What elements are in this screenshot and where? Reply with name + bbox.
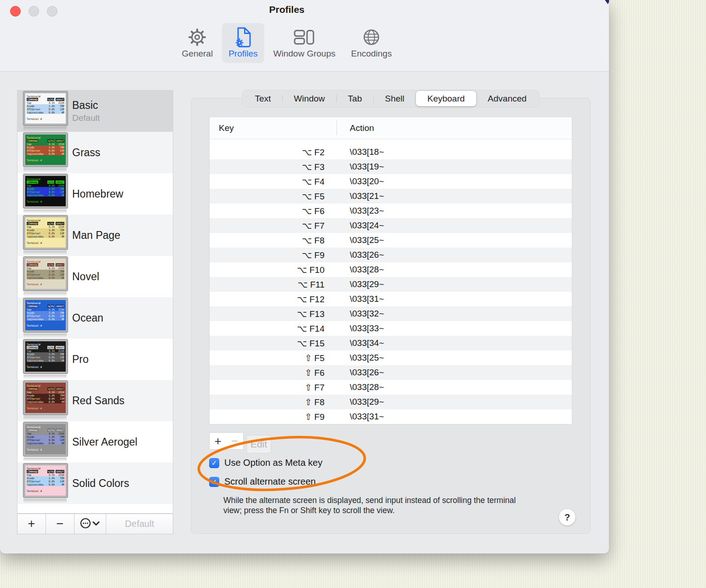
profile-thumbnail: Terminal#COMMAND%CPURPRVTtop4.1%231KXcod…: [23, 133, 67, 172]
tab-window[interactable]: Window: [282, 91, 336, 106]
thumb-line: ATSServer0.0%13M: [27, 356, 64, 359]
action-column-header[interactable]: Action: [350, 123, 374, 133]
profile-row-solid-colors[interactable]: Terminal#COMMAND%CPURPRVTtop4.1%231KXcod…: [17, 463, 173, 504]
tab-keyboard[interactable]: Keyboard: [416, 91, 476, 106]
thumb-cell: 0.0%: [47, 356, 55, 359]
checkmark-icon[interactable]: ✓: [209, 458, 219, 468]
remove-profile-button[interactable]: −: [46, 514, 74, 534]
toolbar-item-general[interactable]: General: [176, 23, 220, 63]
thumb-cell: loginwindow: [27, 359, 47, 362]
profile-row-man-page[interactable]: Terminal#COMMAND%CPURPRVTtop4.1%231KXcod…: [17, 215, 173, 256]
key-binding-row[interactable]: ⌥ F5\033[21~: [210, 189, 572, 204]
thumb-text: Terminal#: [27, 425, 64, 429]
key-binding-row[interactable]: ⌥ F14\033[33~: [210, 321, 572, 336]
key-binding-row[interactable]: ⌥ F8\033[25~: [210, 233, 572, 248]
profile-actions-menu-button[interactable]: [74, 514, 106, 534]
thumb-line: Terminal #: [27, 283, 64, 286]
checkmark-icon[interactable]: ✓: [209, 477, 219, 487]
terminal-preview-icon: Terminal#COMMAND%CPURPRVTtop4.1%231KXcod…: [23, 215, 68, 249]
binding-key: ⌥ F3: [210, 162, 325, 172]
toolbar-item-encodings[interactable]: Encodings: [345, 23, 399, 63]
profile-row-ocean[interactable]: Terminal#COMMAND%CPURPRVTtop4.1%231KXcod…: [17, 297, 173, 339]
thumb-line: COMMAND%CPURPRVT: [27, 387, 64, 390]
binding-action: \033[31~: [350, 412, 384, 422]
edit-binding-button[interactable]: Edit: [246, 435, 271, 453]
thumb-spacer: [38, 305, 47, 308]
key-binding-row[interactable]: ⌥ F13\033[32~: [210, 306, 572, 321]
set-default-profile-button[interactable]: Default: [106, 514, 173, 534]
key-column-header[interactable]: Key: [210, 123, 234, 133]
profile-name: Grass: [72, 147, 100, 159]
remove-binding-button[interactable]: −: [226, 432, 244, 450]
key-binding-row[interactable]: ⌥ F6\033[23~: [210, 204, 572, 218]
thumb-cell: 0.0%: [47, 480, 55, 483]
add-profile-button[interactable]: +: [17, 514, 46, 534]
thumb-line: loginwindow0.0%4M: [27, 193, 64, 197]
profile-thumbnail: Terminal#COMMAND%CPURPRVTtop4.1%231KXcod…: [23, 464, 67, 503]
key-binding-row[interactable]: ⇧ F5\033[25~: [210, 351, 572, 365]
thumb-spacer: [38, 429, 47, 432]
toolbar-item-label: Encodings: [351, 49, 392, 59]
key-binding-row[interactable]: ⌥ F9\033[26~: [210, 248, 572, 262]
tab-advanced[interactable]: Advanced: [476, 91, 538, 106]
thumb-cell: 4M: [55, 235, 64, 238]
binding-key: ⌥ F14: [210, 323, 325, 334]
profile-texts: Homebrew: [72, 188, 123, 200]
thumb-cell: ATSServer: [27, 273, 47, 276]
binding-action: \033[34~: [350, 338, 384, 348]
terminal-preview-icon: Terminal#COMMAND%CPURPRVTtop4.1%231KXcod…: [23, 91, 68, 125]
profile-texts: Man Page: [72, 229, 120, 242]
key-binding-row[interactable]: ⇧ F8\033[29~: [210, 395, 572, 409]
help-button[interactable]: ?: [559, 509, 575, 526]
thumb-line: COMMAND%CPURPRVT: [27, 222, 64, 225]
key-binding-row[interactable]: ⌥ F2\033[18~: [210, 145, 572, 159]
key-binding-row[interactable]: ⌥ F11\033[29~: [210, 277, 572, 292]
key-binding-row[interactable]: ⌥ F4\033[20~: [210, 174, 572, 189]
thumb-line: top4.1%231K: [27, 184, 64, 187]
profile-row-silver-aerogel[interactable]: Terminal#COMMAND%CPURPRVTtop4.1%231KXcod…: [17, 421, 173, 463]
checkbox-use-option-as-meta-key[interactable]: ✓ Use Option as Meta key: [209, 458, 322, 468]
profile-row-novel[interactable]: Terminal#COMMAND%CPURPRVTtop4.1%231KXcod…: [17, 256, 173, 297]
toolbar-item-window-groups[interactable]: Window Groups: [267, 23, 342, 63]
add-binding-button[interactable]: +: [209, 432, 227, 450]
tab-tab[interactable]: Tab: [336, 91, 374, 106]
thumb-spacer: [38, 98, 47, 101]
tab-text[interactable]: Text: [243, 91, 282, 106]
thumb-spacer: [38, 181, 47, 184]
thumb-spacer: [38, 263, 47, 266]
thumb-header-cell: COMMAND: [27, 387, 38, 390]
key-binding-row[interactable]: ⇧ F6\033[26~: [210, 365, 572, 380]
binding-action: \033[26~: [350, 368, 384, 378]
thumb-header-cell: COMMAND: [27, 181, 38, 184]
thumb-cell: 1.4%: [47, 352, 55, 356]
thumb-header-cell: %CPU: [47, 305, 54, 308]
key-binding-row[interactable]: ⌥ F15\033[34~: [210, 336, 572, 351]
profile-name: Basic: [72, 99, 100, 112]
key-binding-row[interactable]: ⇧ F7\033[28~: [210, 380, 572, 395]
profile-row-red-sands[interactable]: Terminal#COMMAND%CPURPRVTtop4.1%231KXcod…: [17, 380, 173, 421]
terminal-preview-icon: Terminal#COMMAND%CPURPRVTtop4.1%231KXcod…: [23, 298, 68, 332]
thumbnail-reflection: [23, 416, 67, 420]
thumb-cell: 0.0%: [47, 232, 55, 235]
thumb-header-cell: RPRVT: [56, 263, 64, 266]
globe-icon: [362, 27, 381, 48]
key-binding-row[interactable]: ⌥ F10\033[28~: [210, 262, 572, 277]
binding-key: ⇧ F8: [210, 397, 325, 407]
profile-row-basic[interactable]: Terminal#COMMAND%CPURPRVTtop4.1%231KXcod…: [17, 90, 173, 132]
tab-shell[interactable]: Shell: [373, 91, 416, 106]
profile-row-homebrew[interactable]: Terminal#COMMAND%CPURPRVTtop4.1%231KXcod…: [17, 173, 173, 215]
thumb-cell: loginwindow: [27, 483, 47, 486]
thumbnail-reflection: [23, 292, 67, 296]
profile-row-pro[interactable]: Terminal#COMMAND%CPURPRVTtop4.1%231KXcod…: [17, 339, 173, 380]
profile-row-grass[interactable]: Terminal#COMMAND%CPURPRVTtop4.1%231KXcod…: [17, 132, 173, 173]
key-binding-row[interactable]: ⌥ F12\033[31~: [210, 292, 572, 306]
key-binding-row[interactable]: ⌥ F7\033[24~: [210, 218, 572, 233]
key-binding-row[interactable]: ⌥ F3\033[19~: [210, 159, 572, 174]
checkbox-scroll-alternate-screen[interactable]: ✓ Scroll alternate screen: [209, 476, 316, 487]
thumb-cell: 4.1%: [47, 266, 55, 270]
thumb-cell: 78M: [55, 146, 64, 149]
toolbar-item-profiles[interactable]: Profiles: [222, 23, 264, 63]
binding-action: \033[29~: [350, 279, 384, 289]
key-binding-row[interactable]: ⇧ F9\033[31~: [210, 409, 572, 424]
thumb-line: loginwindow0.0%4M: [27, 441, 64, 445]
